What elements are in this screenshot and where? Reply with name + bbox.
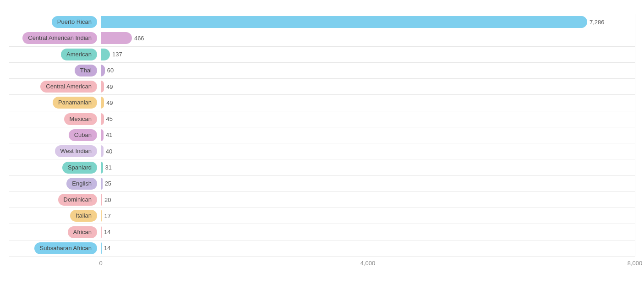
bar-label: Central American [9, 81, 101, 93]
bar-value: 7,286 [589, 19, 605, 26]
table-row: Cuban41 [9, 127, 635, 143]
table-row: Mexican45 [9, 111, 635, 127]
axis-label: 0 [99, 260, 102, 267]
table-row: Central American49 [9, 79, 635, 95]
bar-value: 31 [105, 164, 112, 171]
bar-fill [101, 65, 105, 76]
table-row: Subsaharan African14 [9, 240, 635, 257]
bar-label: Italian [9, 210, 101, 222]
bar-value: 17 [104, 213, 110, 219]
bar-value: 137 [112, 51, 122, 58]
bar-fill [101, 32, 132, 44]
bar-label: African [9, 226, 101, 238]
bar-label: Subsaharan African [9, 242, 101, 254]
bar-label: Mexican [9, 113, 101, 125]
table-row: Dominican20 [9, 192, 635, 208]
bar-value: 45 [106, 115, 113, 122]
table-row: English25 [9, 176, 635, 192]
bar-fill [101, 97, 104, 109]
chart-area: Puerto Rican7,286Central American Indian… [9, 14, 635, 270]
table-row: African14 [9, 224, 635, 240]
bar-value: 60 [107, 67, 114, 74]
grid-line [635, 14, 635, 257]
bar-value: 466 [134, 35, 144, 42]
bar-label: Dominican [9, 194, 101, 206]
bar-label: American [9, 49, 101, 60]
bar-value: 20 [104, 197, 111, 203]
bar-label: English [9, 178, 101, 190]
bars-wrapper: Puerto Rican7,286Central American Indian… [9, 14, 635, 257]
chart-container: Puerto Rican7,286Central American Indian… [0, 0, 644, 295]
bar-fill [101, 16, 587, 28]
bar-label: Central American Indian [9, 32, 101, 44]
table-row: Thai60 [9, 63, 635, 79]
table-row: Puerto Rican7,286 [9, 14, 635, 30]
bar-value: 49 [106, 99, 113, 106]
table-row: Central American Indian466 [9, 30, 635, 46]
bar-value: 14 [104, 245, 110, 251]
bar-value: 14 [104, 229, 110, 235]
bar-label: West Indian [9, 145, 101, 157]
bar-fill [101, 81, 104, 93]
bar-value: 40 [106, 148, 112, 155]
grid-line [368, 14, 368, 257]
grid-line [101, 14, 101, 257]
bar-label: Puerto Rican [9, 16, 101, 28]
bar-label: Cuban [9, 129, 101, 141]
bar-value: 41 [106, 131, 112, 138]
table-row: Spaniard31 [9, 159, 635, 175]
axis-label: 4,000 [360, 260, 376, 267]
table-row: Italian17 [9, 208, 635, 224]
table-row: Panamanian49 [9, 95, 635, 111]
bar-label: Panamanian [9, 97, 101, 109]
bar-label: Thai [9, 65, 101, 76]
table-row: American137 [9, 47, 635, 63]
table-row: West Indian40 [9, 143, 635, 159]
bar-label: Spaniard [9, 162, 101, 174]
bar-value: 25 [105, 180, 111, 187]
bar-value: 49 [106, 83, 113, 90]
bar-fill [101, 49, 110, 60]
axis-label: 8,000 [628, 260, 643, 267]
